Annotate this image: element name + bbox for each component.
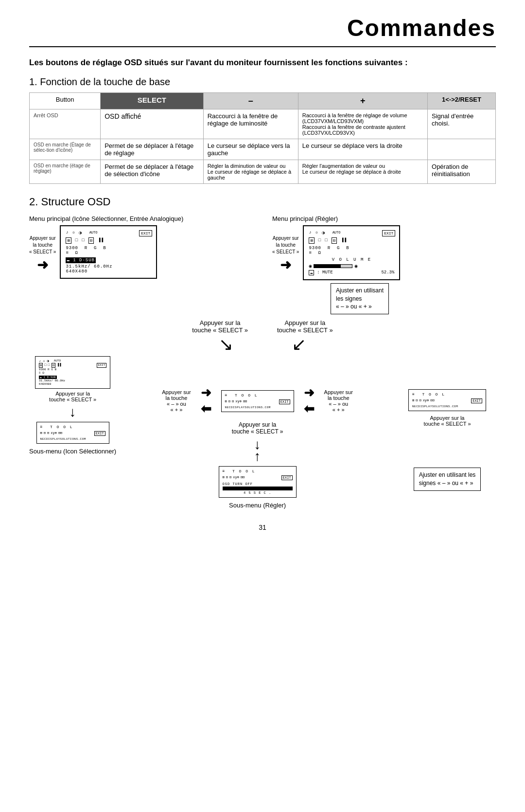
cell-row3-col1: OSD en marche (étage de réglage) — [30, 160, 101, 183]
arrow-back-right: ↙ — [292, 336, 306, 353]
col-button: Button — [30, 92, 101, 109]
osd-screen-right: EXIT ♪☼◑AUTO ⊞ □□ ⊟ ▐▐ 9300 R G B ≡ Ω V … — [303, 225, 400, 280]
osd-screen-left: EXIT ♪☼◑AUTO ⊞ □□ ⊟ ▐▐ 9300 R G B ≡ Ω ▬ … — [60, 225, 157, 279]
icon-row-right: ♪☼◑AUTO — [309, 230, 394, 235]
col-reset: 1<->2/RESET — [428, 92, 496, 109]
cell-row3-col2: Permet de se déplacer à l'étage de sélec… — [101, 160, 204, 183]
input-bar-left: ▬ 1 D-SUB — [66, 257, 96, 263]
cell-row2-col1: OSD en marche (Étage de sélec-tion d'icô… — [30, 139, 101, 160]
appuyer-select-right-bottom: Appuyer sur latouche « SELECT » — [423, 415, 471, 427]
arrow-right-main2: ➜ — [280, 257, 291, 273]
volume-label: V O L U M E — [309, 257, 394, 262]
tool-menu-1: ≡ T O O L ⊞⊟⊟xy⊕⊟⊟ EXIT NECDISPLAYSOLUTI… — [36, 422, 109, 444]
tool-title-1: ≡ T O O L — [40, 425, 105, 429]
osd-small-left: ♪☼◑AUTO ⊞□□ ⊟▐▐ EXIT 9300 R G B ≡ Ω ▬ 1 … — [35, 356, 110, 389]
section2-heading: 2. Structure OSD — [29, 196, 496, 208]
main-menu-right-title: Menu principal (Régler) — [272, 215, 338, 222]
sous-menu-regler-label: Sous-menu (Régler) — [229, 502, 286, 509]
table-row: Arrêt OSD OSD affiché Raccourci à la fen… — [30, 109, 496, 139]
appuyer-select-left-col: Appuyer sur latouche « SELECT » — [49, 391, 96, 402]
exit-btn-left: EXIT — [139, 230, 152, 236]
freq-left: 31.5kHz/ 60.0Hz — [66, 264, 151, 269]
tool-exit-3: EXIT — [281, 475, 293, 480]
tool-title-2: ≡ T O O L — [225, 393, 290, 397]
cell-row1-col1: Arrêt OSD — [30, 109, 101, 139]
appuyer-label-left: Appuyer surla touche« SELECT » — [29, 235, 56, 255]
arrow-up-center: ↑ — [254, 449, 261, 464]
vol-bar — [314, 264, 352, 268]
page-title: Commandes — [29, 15, 496, 47]
cell-row3-col5: Opération de réinitialisation — [428, 160, 496, 183]
tool-icon-row-1: ⊞⊟⊟xy⊕⊟⊟ EXIT — [40, 431, 105, 436]
appuyer-label-right: Appuyer surla touche« SELECT » — [272, 235, 299, 255]
icon-row2-left: ⊞ □□ ⊟ ▐▐ — [66, 237, 151, 244]
nec-url-2: NECDISPLAYSOLUTIONS.COM — [225, 406, 290, 409]
cell-row3-col3: Régler la diminution de valeur ou Le cur… — [203, 160, 298, 183]
sous-menu-icon-label: Sous-menu (Icon Sélectionner) — [29, 448, 116, 455]
cell-row2-col2: Permet de se déplacer à l'étage de régla… — [101, 139, 204, 160]
ajuster-box-top: Ajuster en utilisantles signes« – » ou «… — [331, 283, 389, 314]
cell-row1-col2: OSD affiché — [101, 109, 204, 139]
arrow-back-left: ↙ — [219, 336, 233, 353]
page-number: 31 — [29, 523, 496, 531]
arrow-right-tool2: ➜ — [304, 385, 315, 400]
tool-exit-2: EXIT — [279, 399, 290, 404]
cell-row3-col4: Régler l'augmentation de valeur ou Le cu… — [298, 160, 427, 183]
appuyer-select-center1: Appuyer sur latouche « SELECT » — [192, 319, 248, 334]
appuyer-select-center2: Appuyer sur latouche « SELECT » — [277, 319, 333, 334]
section1-heading: 1. Fonction de la touche de base — [29, 76, 496, 88]
volume-bar: V O L U M E ◉ ◉ ▬ : MUTE 52.3% — [309, 257, 394, 275]
col-minus: – — [203, 92, 298, 109]
info-omega-r: ≡ Ω — [309, 251, 394, 255]
cell-row2-col4: Le curseur se déplace vers la droite — [298, 139, 427, 160]
volume-track: ◉ ◉ — [309, 263, 394, 269]
mute-row: ▬ : MUTE 52.3% — [309, 270, 394, 275]
tool-menu-3: ≡ T O O L ⊞⊟⊟xy⊕⊟⊟ EXIT OSD TURN OFF 4 5… — [219, 466, 297, 498]
res-left: 640X480 — [66, 269, 151, 274]
arrow-left-tool2: ⬅ — [304, 401, 315, 416]
tool-icon-row-3: ⊞⊟⊟xy⊕⊟⊟ EXIT — [223, 475, 293, 480]
tool-exit-1: EXIT — [94, 431, 105, 436]
tool-menu-2: ≡ T O O L ⊞⊟⊟xy⊕⊟⊟ EXIT NECDISPLAYSOLUTI… — [221, 390, 294, 412]
cell-row1-col4: Raccourci à la fenêtre de réglage de vol… — [298, 109, 427, 139]
cell-row2-col3: Le curseur se déplace vers la gauche — [203, 139, 298, 160]
col-select: SELECT — [101, 92, 204, 109]
tool-exit-right: EXIT — [471, 398, 482, 403]
icon-row-left: ♪☼◑AUTO — [66, 230, 151, 235]
table-row: OSD en marche (Étage de sélec-tion d'icô… — [30, 139, 496, 160]
mute-icon: ▬ — [309, 270, 314, 275]
cell-row2-col5 — [428, 139, 496, 160]
tool-icon-row-2: ⊞⊟⊟xy⊕⊟⊟ EXIT — [225, 399, 290, 404]
info-omega: ≡ Ω — [66, 251, 151, 255]
table-row: OSD en marche (étage de réglage) Permet … — [30, 160, 496, 183]
arrow-down-left: ↓ — [70, 404, 76, 420]
icon-row2-right: ⊞ □□ ⊟ ▐▐ — [309, 237, 394, 244]
sec-label: 4 5 S E C . — [223, 491, 293, 495]
tool-title-3: ≡ T O O L — [223, 469, 293, 473]
cell-row1-col3: Raccourci à la fenêtre de réglage de lum… — [203, 109, 298, 139]
osd-structure-section: 2. Structure OSD Menu principal (Icône S… — [29, 196, 496, 509]
mute-label: : MUTE — [317, 270, 332, 275]
vol-percent: 52.3% — [381, 270, 394, 275]
appuyer-minus-ou-2: Appuyer surla touche« – » ou« + » — [324, 389, 353, 413]
tool-icon-row-right: ⊞⊟⊟xy⊕⊟⊟ EXIT — [412, 398, 482, 403]
arrow-left-tool: ⬅ — [201, 401, 211, 416]
tool-menu-right-wrapper: ≡ T O O L ⊞⊟⊟xy⊕⊟⊟ EXIT NECDISPLAYSOLUTI… — [408, 389, 486, 411]
nec-url-1: NECDISPLAYSOLUTIONS.COM — [40, 437, 105, 441]
tool-title-right: ≡ T O O L — [412, 392, 482, 397]
arrow-right-tool: ➜ — [201, 385, 211, 400]
info-9300-r: 9300 R G B — [309, 246, 394, 251]
ajuster-box-bottom: Ajuster en utilisant lessignes « – » ou … — [414, 468, 481, 491]
appuyer-select-center-bottom: Appuyer sur latouche « SELECT » — [232, 421, 283, 435]
function-table: Button SELECT – + 1<->2/RESET Arrêt OSD … — [29, 92, 496, 184]
osd-off-label: OSD TURN OFF — [223, 482, 293, 486]
info-9300: 9300 R G B — [66, 246, 151, 251]
main-menu-left-title: Menu principal (Icône Sélectionner, Entr… — [29, 215, 183, 222]
arrow-right-main: ➜ — [37, 257, 48, 273]
intro-paragraph: Les boutons de réglage OSD situés sur l'… — [29, 57, 496, 69]
cell-row1-col5: Signal d'entrée choisi. — [428, 109, 496, 139]
appuyer-minus-ou-1: Appuyer surla touche« – » ou« + » — [162, 389, 191, 413]
nec-url-right: NECDISPLAYSOLUTIONS.COM — [412, 405, 482, 408]
osd-off-bar — [223, 487, 293, 490]
exit-btn-right: EXIT — [382, 230, 395, 236]
